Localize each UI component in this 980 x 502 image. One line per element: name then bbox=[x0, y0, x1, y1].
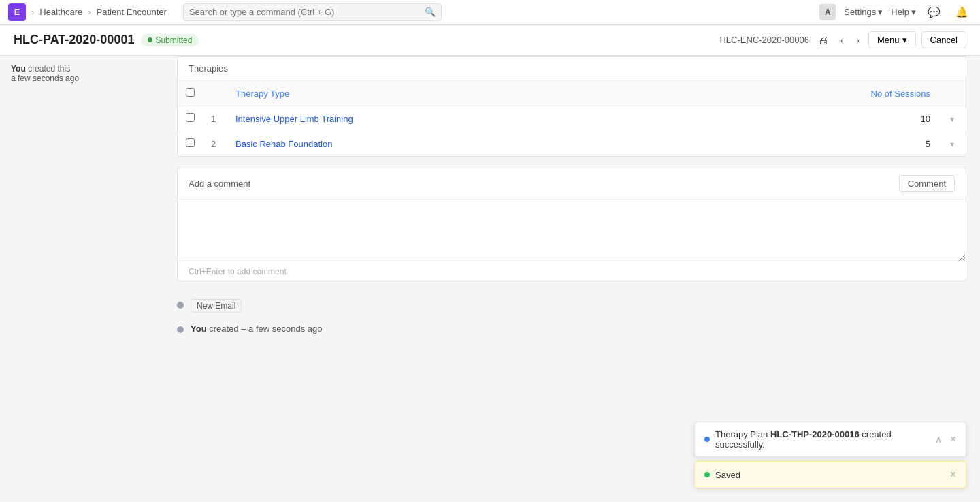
timeline-you: You bbox=[191, 324, 207, 334]
sidebar-activity-action: created this bbox=[28, 64, 70, 74]
select-all-checkbox[interactable] bbox=[186, 88, 195, 97]
status-dot bbox=[148, 37, 152, 42]
timeline-content-email: New Email bbox=[191, 299, 242, 315]
row-action-cell: ▾ bbox=[938, 131, 966, 157]
toast-therapy-plan: Therapy Plan HLC-THP-2020-00016 created … bbox=[694, 422, 966, 457]
breadcrumb-healthcare[interactable]: Healthcare bbox=[39, 7, 82, 17]
enc-id: HLC-ENC-2020-00006 bbox=[719, 35, 809, 45]
row-checkbox-cell bbox=[178, 106, 203, 131]
row-dropdown-icon[interactable]: ▾ bbox=[950, 114, 954, 124]
comment-hint: Ctrl+Enter to add comment bbox=[178, 263, 966, 281]
therapy-table: Therapy Type No of Sessions 1 Intensive … bbox=[178, 81, 966, 156]
timeline-time: a few seconds ago bbox=[248, 324, 322, 334]
toast-dot-green bbox=[704, 472, 710, 477]
sidebar-activity-time: a few seconds ago bbox=[11, 74, 79, 83]
comment-header: Add a comment Comment bbox=[178, 168, 966, 200]
row-checkbox[interactable] bbox=[186, 138, 195, 147]
search-bar[interactable]: 🔍 bbox=[183, 3, 442, 21]
breadcrumb-patient-encounter[interactable]: Patient Encounter bbox=[97, 7, 167, 17]
toast-text-therapy: Therapy Plan HLC-THP-2020-00016 created … bbox=[715, 429, 930, 450]
doc-title: HLC-PAT-2020-00001 bbox=[14, 33, 134, 47]
th-index bbox=[203, 81, 227, 106]
row-sessions: 10 bbox=[681, 106, 938, 131]
toast-container: Therapy Plan HLC-THP-2020-00016 created … bbox=[694, 422, 966, 488]
status-badge: Submitted bbox=[141, 34, 199, 46]
notification-icon[interactable]: 🔔 bbox=[952, 5, 972, 20]
avatar-btn[interactable]: A bbox=[819, 4, 836, 20]
toast-plan-id: HLC-THP-2020-00016 bbox=[770, 429, 860, 439]
timeline-sep: – bbox=[241, 324, 248, 334]
timeline-action: created bbox=[209, 324, 238, 334]
app-icon[interactable]: E bbox=[8, 3, 26, 21]
nav-right: A Settings ▾ Help ▾ 💬 🔔 bbox=[819, 4, 972, 20]
row-action-cell: ▾ bbox=[938, 106, 966, 131]
timeline-dot-2 bbox=[177, 326, 184, 333]
prev-icon[interactable]: ‹ bbox=[837, 33, 847, 47]
toast-dot-blue bbox=[704, 437, 710, 442]
chat-icon[interactable]: 💬 bbox=[924, 5, 944, 20]
toast-close-button-2[interactable]: × bbox=[950, 469, 956, 481]
comment-textarea[interactable] bbox=[178, 200, 966, 261]
therapies-title: Therapies bbox=[178, 57, 966, 81]
row-dropdown-icon[interactable]: ▾ bbox=[950, 140, 954, 149]
row-checkbox[interactable] bbox=[186, 113, 195, 122]
comment-card: Add a comment Comment Ctrl+Enter to add … bbox=[177, 168, 966, 281]
row-therapy-type: Basic Rehab Foundation bbox=[227, 131, 681, 157]
search-icon: 🔍 bbox=[425, 7, 436, 17]
row-sessions: 5 bbox=[681, 131, 938, 157]
top-nav: E › Healthcare › Patient Encounter 🔍 A S… bbox=[0, 0, 980, 25]
row-index: 2 bbox=[203, 131, 227, 157]
sidebar: You created this a few seconds ago bbox=[0, 56, 170, 502]
settings-chevron-icon: ▾ bbox=[878, 7, 883, 17]
breadcrumb-sep-1: › bbox=[31, 7, 34, 17]
comment-button[interactable]: Comment bbox=[899, 175, 955, 192]
timeline: New Email You created – a few seconds ag… bbox=[177, 292, 966, 349]
comment-title: Add a comment bbox=[189, 178, 250, 189]
timeline-content-created: You created – a few seconds ago bbox=[191, 324, 322, 334]
th-checkbox bbox=[178, 81, 203, 106]
timeline-dot-1 bbox=[177, 302, 184, 309]
row-index: 1 bbox=[203, 106, 227, 131]
print-icon[interactable]: 🖨 bbox=[815, 33, 832, 47]
row-checkbox-cell bbox=[178, 131, 203, 157]
cancel-button[interactable]: Cancel bbox=[921, 31, 966, 48]
sidebar-activity-you: You bbox=[11, 64, 26, 74]
th-therapy-type: Therapy Type bbox=[227, 81, 681, 106]
toast-close-button-1[interactable]: × bbox=[950, 433, 956, 445]
sub-header: HLC-PAT-2020-00001 Submitted HLC-ENC-202… bbox=[0, 25, 980, 56]
table-row: 1 Intensive Upper Limb Training 10 ▾ bbox=[178, 106, 966, 131]
th-action bbox=[938, 81, 966, 106]
row-therapy-type: Intensive Upper Limb Training bbox=[227, 106, 681, 131]
next-icon[interactable]: › bbox=[853, 33, 863, 47]
sidebar-activity: You created this a few seconds ago bbox=[11, 64, 159, 83]
breadcrumb-sep-2: › bbox=[88, 7, 91, 17]
help-chevron-icon: ▾ bbox=[911, 7, 916, 17]
timeline-item-email: New Email bbox=[177, 299, 966, 315]
search-input[interactable] bbox=[189, 7, 425, 17]
sub-header-right: HLC-ENC-2020-00006 🖨 ‹ › Menu ▾ Cancel bbox=[719, 31, 966, 48]
toast-saved: Saved × bbox=[694, 461, 966, 488]
status-label: Submitted bbox=[155, 35, 192, 45]
timeline-tag-email[interactable]: New Email bbox=[191, 299, 242, 313]
table-row: 2 Basic Rehab Foundation 5 ▾ bbox=[178, 131, 966, 157]
help-button[interactable]: Help ▾ bbox=[891, 7, 916, 17]
settings-button[interactable]: Settings ▾ bbox=[844, 7, 883, 17]
therapies-card: Therapies Therapy Type No of Sessions bbox=[177, 56, 966, 157]
th-sessions: No of Sessions bbox=[681, 81, 938, 106]
menu-chevron-icon: ▾ bbox=[902, 35, 907, 45]
timeline-item-created: You created – a few seconds ago bbox=[177, 324, 966, 334]
toast-saved-text: Saved bbox=[715, 470, 945, 480]
menu-button[interactable]: Menu ▾ bbox=[868, 31, 916, 48]
toast-collapse-button[interactable]: ∧ bbox=[935, 434, 942, 445]
